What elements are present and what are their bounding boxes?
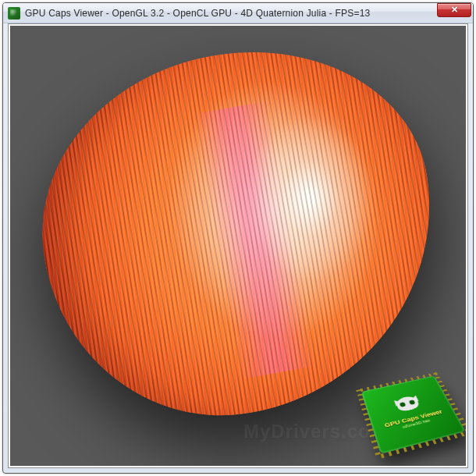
chip-icon: GPU Caps Viewer oZone3D.Net — [361, 375, 466, 454]
close-icon: ✕ — [451, 5, 458, 15]
opengl-viewport[interactable]: MyDrivers.com GPU Caps Viewer oZone3D.Ne… — [10, 26, 466, 466]
client-area-frame: MyDrivers.com GPU Caps Viewer oZone3D.Ne… — [8, 23, 468, 468]
close-button[interactable]: ✕ — [437, 3, 471, 17]
window-title: GPU Caps Viewer - OpenGL 3.2 - OpenCL GP… — [25, 8, 437, 19]
titlebar[interactable]: GPU Caps Viewer - OpenGL 3.2 - OpenCL GP… — [3, 3, 473, 23]
app-icon — [8, 7, 20, 20]
app-badge: GPU Caps Viewer oZone3D.Net — [369, 369, 452, 452]
app-window: GPU Caps Viewer - OpenGL 3.2 - OpenCL GP… — [2, 2, 474, 474]
